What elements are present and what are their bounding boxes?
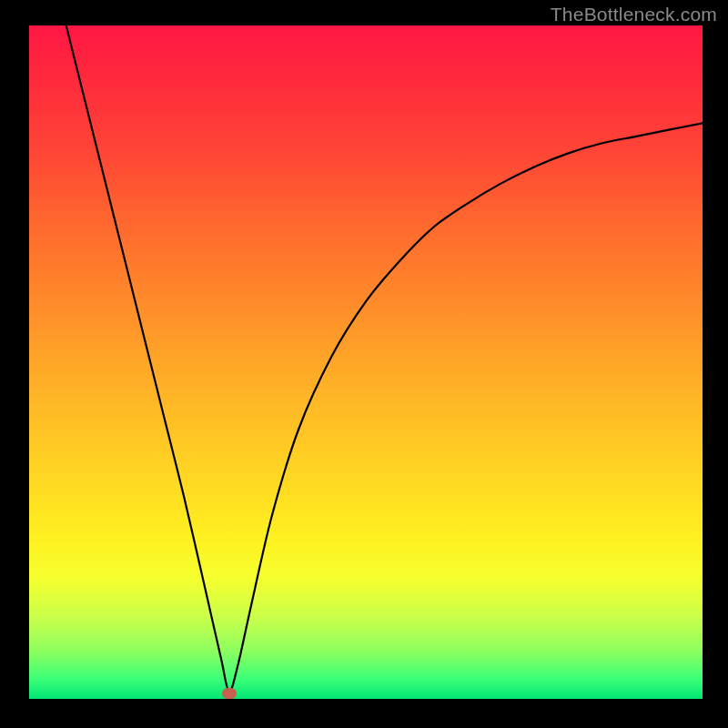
- plot-area: [29, 25, 703, 699]
- watermark-text: TheBottleneck.com: [551, 4, 717, 25]
- chart-stage: TheBottleneck.com: [0, 0, 728, 728]
- optimum-marker: [222, 688, 237, 699]
- bottleneck-curve: [29, 25, 703, 699]
